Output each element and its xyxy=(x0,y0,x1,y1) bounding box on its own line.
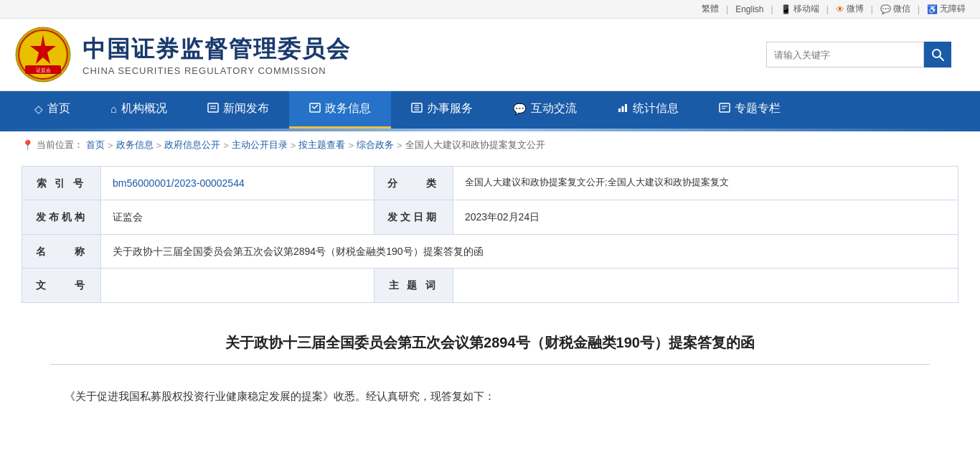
doc-row-ref: 索 引 号 bm56000001/2023-00002544 分 类 全国人大建… xyxy=(22,167,958,200)
svg-rect-16 xyxy=(618,108,621,112)
nav-label-about: 机构概况 xyxy=(121,101,167,116)
nav-item-about[interactable]: ⌂ 机构概况 xyxy=(90,91,187,129)
nav-item-interact[interactable]: 💬 互动交流 xyxy=(493,91,597,129)
weibo-item: 👁 微博 xyxy=(836,3,864,15)
sep2: | xyxy=(771,4,773,14)
stats-svg-icon xyxy=(617,103,628,113)
policy-icon xyxy=(309,103,321,115)
keywords-label: 主 题 词 xyxy=(374,269,453,302)
article-divider xyxy=(50,364,930,365)
breadcrumb-general[interactable]: 综合政务 xyxy=(357,139,394,152)
traditional-link[interactable]: 繁體 xyxy=(702,3,719,15)
topics-icon xyxy=(719,103,730,115)
home-icon: ◇ xyxy=(34,103,43,116)
nav-label-news: 新闻发布 xyxy=(223,101,269,116)
name-value: 关于政协十三届全国委员会第五次会议第2894号（财税金融类190号）提案答复的函 xyxy=(101,234,958,268)
name-label: 名 称 xyxy=(22,234,101,268)
news-icon xyxy=(207,103,219,115)
nav-bar: ◇ 首页 ⌂ 机构概况 新闻发布 政务信息 xyxy=(0,91,980,129)
nav-item-home[interactable]: ◇ 首页 xyxy=(14,91,90,129)
breadcrumb-active-dir[interactable]: 主动公开目录 xyxy=(232,139,288,152)
policy-svg-icon xyxy=(309,103,321,113)
breadcrumb-govinfo[interactable]: 政府信息公开 xyxy=(164,139,220,152)
publisher-label: 发布机构 xyxy=(22,200,101,234)
about-icon: ⌂ xyxy=(110,103,117,115)
search-icon xyxy=(931,48,944,61)
weixin-item: 💬 微信 xyxy=(880,3,910,15)
breadcrumb-home[interactable]: 首页 xyxy=(86,139,105,152)
search-input[interactable] xyxy=(766,42,924,67)
logo-text: 中国证券监督管理委员会 CHINA SECURITIES REGULATORY … xyxy=(83,34,351,76)
accessible-item: ♿ 无障碍 xyxy=(927,3,966,15)
mobile-icon: 📱 xyxy=(781,4,791,14)
svg-rect-17 xyxy=(622,106,624,112)
accessible-icon: ♿ xyxy=(927,4,938,14)
breadcrumb-sep1: > xyxy=(108,140,113,151)
doc-row-publisher: 发布机构 证监会 发文日期 2023年02月24日 xyxy=(22,200,958,234)
mobile-link[interactable]: 移动端 xyxy=(793,3,819,15)
breadcrumb-policy[interactable]: 政务信息 xyxy=(116,139,154,152)
search-button[interactable] xyxy=(924,42,951,67)
logo-area: 证监会 中国证券监督管理委员会 CHINA SECURITIES REGULAT… xyxy=(14,26,351,83)
date-label: 发文日期 xyxy=(374,200,453,234)
nav-item-topics[interactable]: 专题专栏 xyxy=(699,91,801,129)
topics-svg-icon xyxy=(719,103,730,113)
services-icon xyxy=(411,103,423,115)
category-label: 分 类 xyxy=(374,167,453,200)
logo-english: CHINA SECURITIES REGULATORY COMMISSION xyxy=(83,65,351,76)
breadcrumb-sep5: > xyxy=(348,140,354,151)
keywords-value xyxy=(453,269,958,302)
breadcrumb-sep6: > xyxy=(397,140,402,151)
doc-row-docnum: 文 号 主 题 词 xyxy=(22,269,958,302)
location-icon: 📍 xyxy=(22,139,34,151)
doc-info-table: 索 引 号 bm56000001/2023-00002544 分 类 全国人大建… xyxy=(22,166,958,303)
nav-item-policy[interactable]: 政务信息 xyxy=(289,91,391,129)
stats-icon xyxy=(617,103,628,115)
breadcrumb-prefix: 当前位置： xyxy=(37,139,83,152)
logo-emblem: 证监会 xyxy=(14,26,72,83)
search-area xyxy=(766,42,951,67)
sep5: | xyxy=(918,4,920,14)
breadcrumb-sep4: > xyxy=(291,140,296,151)
publisher-value: 证监会 xyxy=(101,200,374,234)
english-link[interactable]: English xyxy=(735,4,763,14)
nav-label-interact: 互动交流 xyxy=(531,101,577,116)
nav-label-services: 办事服务 xyxy=(427,101,473,116)
interact-icon: 💬 xyxy=(513,103,527,116)
logo-chinese: 中国证券监督管理委员会 xyxy=(83,34,351,65)
accessible-link[interactable]: 无障碍 xyxy=(940,3,966,15)
nav-label-policy: 政务信息 xyxy=(325,101,371,116)
weixin-icon: 💬 xyxy=(880,4,891,14)
weixin-link[interactable]: 微信 xyxy=(893,3,910,15)
sep3: | xyxy=(826,4,829,14)
ref-label: 索 引 号 xyxy=(22,167,101,200)
svg-rect-8 xyxy=(208,103,218,112)
weibo-icon: 👁 xyxy=(836,4,844,14)
docnum-value xyxy=(101,269,374,302)
nav-label-stats: 统计信息 xyxy=(633,101,679,116)
mobile-item: 📱 移动端 xyxy=(781,3,819,15)
breadcrumb-sep2: > xyxy=(156,140,162,151)
services-svg-icon xyxy=(411,103,423,113)
breadcrumb: 📍 当前位置： 首页 > 政务信息 > 政府信息公开 > 主动公开目录 > 按主… xyxy=(0,131,980,159)
nav-label-home: 首页 xyxy=(47,101,70,116)
nav-item-stats[interactable]: 统计信息 xyxy=(597,91,699,129)
doc-row-name: 名 称 关于政协十三届全国委员会第五次会议第2894号（财税金融类190号）提案… xyxy=(22,234,958,268)
sep4: | xyxy=(871,4,873,14)
docnum-label: 文 号 xyxy=(22,269,101,302)
main-content: 索 引 号 bm56000001/2023-00002544 分 类 全国人大建… xyxy=(0,159,980,427)
breadcrumb-current: 全国人大建议和政协提案复文公开 xyxy=(405,139,545,152)
nav-label-topics: 专题专栏 xyxy=(735,101,781,116)
svg-rect-19 xyxy=(720,103,730,112)
news-svg-icon xyxy=(207,103,219,113)
breadcrumb-by-topic[interactable]: 按主题查看 xyxy=(298,139,345,152)
article-title: 关于政协十三届全国委员会第五次会议第2894号（财税金融类190号）提案答复的函 xyxy=(22,317,958,364)
header: 证监会 中国证券监督管理委员会 CHINA SECURITIES REGULAT… xyxy=(0,19,980,91)
nav-item-news[interactable]: 新闻发布 xyxy=(187,91,289,129)
weibo-link[interactable]: 微博 xyxy=(847,3,864,15)
article-body: 《关于促进我国私募股权投资行业健康稳定发展的提案》收悉。经认真研究，现答复如下： xyxy=(22,379,958,413)
sep1: | xyxy=(726,4,728,14)
nav-item-services[interactable]: 办事服务 xyxy=(391,91,493,129)
svg-line-7 xyxy=(940,57,943,60)
svg-rect-18 xyxy=(625,104,627,112)
